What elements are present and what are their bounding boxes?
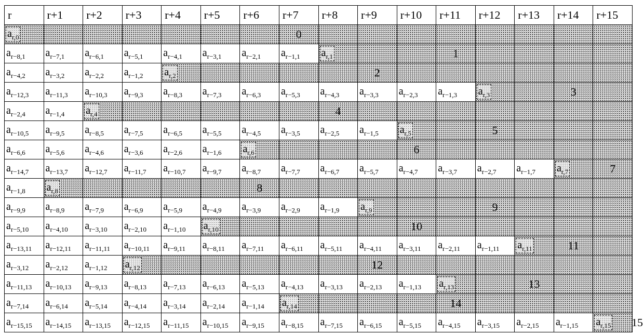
cell-13-10: ar−1,13 <box>397 275 436 294</box>
row-number: 3 <box>571 85 576 99</box>
cell-10-9 <box>358 217 397 236</box>
coef-label: ar−5,15 <box>398 316 422 330</box>
row-number: 13 <box>529 277 540 291</box>
col-13: r+13 <box>515 6 554 25</box>
col-3: r+3 <box>122 6 162 25</box>
cell-7-9: ar−5,7 <box>358 159 397 179</box>
coef-label: ar−5,6 <box>45 143 65 157</box>
cell-12-11 <box>436 256 476 275</box>
cell-3-11: ar−1,3 <box>436 83 476 102</box>
cell-6-3: ar−3,6 <box>122 140 162 159</box>
coef-label: ar−9,9 <box>6 200 26 215</box>
cell-4-5 <box>200 102 240 121</box>
col-6: r+6 <box>240 6 279 25</box>
cell-15-13: ar−2,15 <box>515 313 554 332</box>
cell-4-9 <box>358 102 397 121</box>
cell-4-10 <box>397 102 436 121</box>
coef-label: ar−11,11 <box>84 239 111 253</box>
cell-7-15: 7 <box>593 159 633 179</box>
coef-label: ar−8,9 <box>45 200 65 215</box>
cell-7-6: ar−8,7 <box>240 159 279 179</box>
cell-1-0: ar−8,1 <box>5 44 44 63</box>
cell-9-3: ar−6,9 <box>122 198 162 217</box>
cell-6-4: ar−2,6 <box>162 140 201 159</box>
coef-label: ar−4,14 <box>124 297 147 311</box>
row-number: 2 <box>374 66 380 79</box>
col-11: r+11 <box>436 6 476 25</box>
cell-5-9: ar−1,5 <box>358 121 397 140</box>
cell-15-11: ar−4,15 <box>436 313 476 332</box>
coef-label: ar−7,15 <box>320 316 343 330</box>
cell-9-7: ar−2,9 <box>279 198 318 217</box>
coef-label: ar−11,13 <box>6 277 32 291</box>
cell-9-6: ar−3,9 <box>240 198 279 217</box>
coef-label: ar−1,8 <box>6 181 26 195</box>
cell-12-7 <box>279 256 318 275</box>
cell-13-12 <box>475 275 515 294</box>
cell-8-13 <box>515 179 554 198</box>
coef-label: ar−7,5 <box>124 124 144 138</box>
cell-8-10 <box>397 179 436 198</box>
col-15: r+15 <box>593 6 633 25</box>
coef-label: ar−9,5 <box>45 124 65 138</box>
cell-6-13 <box>515 140 554 159</box>
cell-13-9: ar−2,13 <box>358 275 397 294</box>
cell-0-14 <box>554 25 593 44</box>
coef-label: ar−1,9 <box>320 200 340 215</box>
table-row: ar−5,10ar−4,10ar−3,10ar−2,10ar−1,10ar,10… <box>5 217 633 236</box>
cell-13-1: ar−10,13 <box>44 275 83 294</box>
coef-label: ar−11,3 <box>45 85 69 99</box>
coef-label: ar−6,11 <box>280 239 304 253</box>
coef-label: ar−5,10 <box>6 220 29 234</box>
coef-label: ar−14,15 <box>45 316 72 330</box>
coef-label: ar−5,11 <box>320 239 343 253</box>
cell-7-10: ar−4,7 <box>397 159 436 179</box>
coef-label: ar−6,14 <box>45 297 69 311</box>
col-4: r+4 <box>162 6 201 25</box>
diag-label: ar,0 <box>6 27 20 42</box>
cell-1-15 <box>593 44 633 63</box>
table-row: ar−15,15ar−14,15ar−13,15ar−12,15ar−11,15… <box>5 313 633 332</box>
coef-label: ar−10,7 <box>163 162 186 176</box>
cell-0-2 <box>83 25 123 44</box>
table-row: ar−3,12ar−2,12ar−1,12ar,1212 <box>5 256 633 275</box>
cell-7-8: ar−6,7 <box>318 159 358 179</box>
cell-12-10 <box>397 256 436 275</box>
cell-14-2: ar−5,14 <box>83 294 123 313</box>
cell-6-10: 6 <box>397 140 436 159</box>
cell-4-6 <box>240 102 279 121</box>
coef-label: ar−4,6 <box>84 143 104 157</box>
cell-5-3: ar−7,5 <box>122 121 162 140</box>
cell-14-11: 14 <box>436 294 476 313</box>
cell-13-13: 13 <box>515 275 554 294</box>
coef-label: ar−2,6 <box>163 143 183 157</box>
coef-label: ar−2,4 <box>6 104 26 118</box>
cell-6-11 <box>436 140 476 159</box>
cell-10-8 <box>318 217 358 236</box>
cell-15-12: ar−3,15 <box>475 313 515 332</box>
cell-4-15 <box>593 102 633 121</box>
cell-15-9: ar−6,15 <box>358 313 397 332</box>
cell-7-5: ar−9,7 <box>200 159 240 179</box>
coef-label: ar−9,15 <box>241 316 264 330</box>
cell-5-12: 5 <box>475 121 515 140</box>
coef-label: ar−10,11 <box>124 239 150 253</box>
cell-8-2 <box>83 179 123 198</box>
coef-label: ar−2,2 <box>84 66 104 80</box>
coef-label: ar−6,3 <box>241 85 261 99</box>
coef-label: ar−1,10 <box>163 220 186 234</box>
cell-15-14: ar−1,15 <box>554 313 593 332</box>
row-number: 8 <box>257 181 262 195</box>
cell-12-5 <box>200 256 240 275</box>
coef-label: ar−1,7 <box>516 162 536 176</box>
coef-label: ar−6,7 <box>320 162 340 176</box>
col-9: r+9 <box>358 6 397 25</box>
cell-6-14 <box>554 140 593 159</box>
cell-0-4 <box>162 25 201 44</box>
out-label-15: 15 <box>632 316 643 329</box>
cell-13-7: ar−4,13 <box>279 275 318 294</box>
cell-0-1 <box>44 25 83 44</box>
cell-11-3: ar−10,11 <box>122 236 162 256</box>
diag-label: ar,2 <box>163 65 177 81</box>
coef-label: ar−8,3 <box>163 85 183 99</box>
